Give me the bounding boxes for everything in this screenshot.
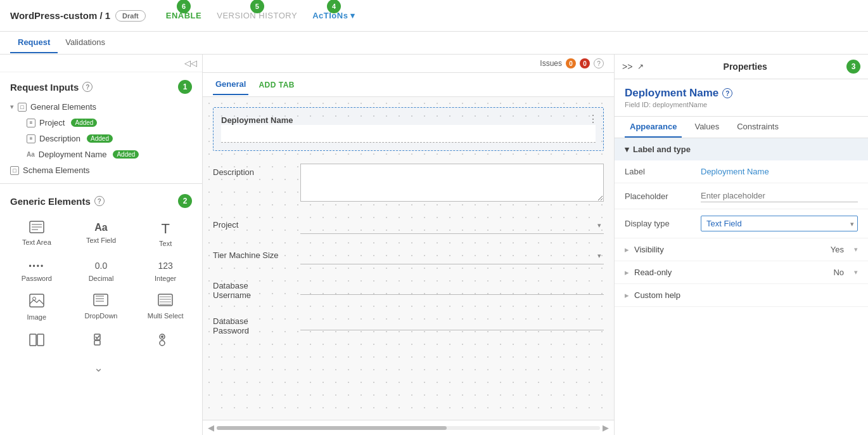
tab-request[interactable]: Request	[10, 32, 58, 53]
panel-appearance-content: ▾ Label and type Label Deployment Name P…	[615, 138, 868, 307]
sidebar-item-project[interactable]: ≡ Project Added	[0, 115, 202, 131]
generic-item-textfield[interactable]: Aa Text Field	[70, 216, 133, 252]
label-prop-label: Label	[625, 167, 701, 176]
database-username-label: Database Username	[213, 277, 295, 300]
panel-popout-icon[interactable]: ↗	[637, 62, 644, 71]
field-id-text: Field ID: deploymentName	[615, 101, 868, 117]
generic-item-integer[interactable]: 123 Integer	[134, 254, 197, 287]
database-username-input[interactable]	[300, 277, 604, 295]
chevron-right-icon-readonly: ▸	[625, 268, 629, 277]
checkbox-icon	[94, 334, 108, 349]
tier-machine-size-label: Tier Machine Size	[213, 247, 295, 260]
sidebar-header: ◁◁	[0, 55, 202, 72]
generic-elements-help-icon[interactable]: ?	[94, 196, 105, 206]
generic-item-textarea[interactable]: Text Area	[5, 216, 68, 252]
radio-icon	[158, 334, 172, 349]
database-password-field: Database Password	[213, 313, 604, 335]
scroll-right-icon[interactable]: ▶	[603, 423, 609, 432]
textfield-icon: Aa	[94, 221, 107, 234]
add-tab-button[interactable]: ADD TAB	[258, 81, 295, 89]
panel-title: Properties	[649, 62, 841, 72]
visibility-arrow-icon: ▾	[854, 245, 858, 254]
schema-elements-tree[interactable]: □ Schema Elements	[0, 162, 202, 178]
label-and-type-section[interactable]: ▾ Label and type	[615, 138, 868, 160]
custom-help-section[interactable]: ▸ Custom help	[615, 284, 868, 307]
generic-elements-title: Generic Elements ? 2	[0, 189, 202, 213]
multiselect-label: Multi Select	[148, 312, 184, 320]
project-select[interactable]	[300, 216, 604, 234]
database-password-input[interactable]	[300, 313, 604, 330]
generic-item-splitview[interactable]	[5, 328, 68, 354]
request-inputs-section: Request Inputs ? 1 ▾ □ General Elements …	[0, 72, 202, 178]
deployment-name-field[interactable]: Deployment Name ⋮	[213, 107, 604, 151]
sidebar-item-deployment-name[interactable]: Aa Deployment Name Added	[0, 146, 202, 162]
placeholder-prop-label: Placeholder	[625, 192, 701, 201]
right-panel: >> ↗ Properties 3 Deployment Name ? Fiel…	[615, 55, 868, 435]
enable-button[interactable]: ENABLE	[166, 11, 201, 20]
database-username-field: Database Username	[213, 277, 604, 300]
textfield-label: Text Field	[86, 237, 116, 244]
readonly-section[interactable]: ▸ Read-only No ▾	[615, 261, 868, 284]
panel-field-title: Deployment Name ?	[615, 79, 868, 101]
issues-help-icon[interactable]: ?	[594, 58, 604, 68]
chevron-down-icon-section: ▾	[625, 145, 629, 154]
tab-validations[interactable]: Validations	[58, 32, 113, 53]
scroll-thumb[interactable]	[217, 426, 447, 430]
deployment-name-more-button[interactable]: ⋮	[588, 113, 598, 125]
database-password-input-wrap	[300, 313, 604, 330]
more-items-button[interactable]: ⌄	[5, 356, 197, 380]
visibility-section[interactable]: ▸ Visibility Yes ▾	[615, 238, 868, 261]
general-elements-tree[interactable]: ▾ □ General Elements	[0, 99, 202, 115]
left-sidebar: ◁◁ Request Inputs ? 1 ▾ □ General Elemen…	[0, 55, 203, 435]
panel-tab-appearance[interactable]: Appearance	[625, 117, 682, 138]
panel-expand-icon[interactable]: >>	[622, 62, 632, 72]
request-inputs-title: Request Inputs ? 1	[0, 72, 202, 99]
textarea-icon	[29, 221, 44, 236]
generic-item-checkbox[interactable]	[70, 328, 133, 354]
generic-item-radio[interactable]	[134, 328, 197, 354]
description-field: Description	[213, 164, 604, 204]
text-label: Text	[159, 240, 172, 247]
generic-item-text[interactable]: T Text	[134, 216, 197, 252]
tier-machine-size-select[interactable]	[300, 247, 604, 264]
svg-rect-4	[30, 294, 44, 307]
tier-machine-size-field: Tier Machine Size ▾	[213, 247, 604, 264]
placeholder-input[interactable]	[701, 190, 858, 202]
request-inputs-help-icon[interactable]: ?	[82, 82, 93, 92]
scroll-left-icon[interactable]: ◀	[208, 423, 214, 432]
panel-tab-values[interactable]: Values	[689, 117, 724, 138]
generic-item-image[interactable]: Image	[5, 289, 68, 326]
custom-help-label: Custom help	[634, 290, 680, 300]
svg-rect-18	[94, 341, 100, 345]
svg-rect-10	[158, 294, 172, 306]
horizontal-scrollbar[interactable]: ◀ ▶	[203, 420, 614, 435]
description-textarea[interactable]	[300, 164, 604, 202]
tab-general[interactable]: General	[213, 74, 248, 95]
description-label: Description	[213, 164, 295, 177]
badge-2: 2	[178, 194, 192, 208]
display-type-select[interactable]: Text Field	[701, 216, 858, 231]
panel-tab-constraints[interactable]: Constraints	[732, 117, 784, 138]
collapse-sidebar-button[interactable]: ◁◁	[184, 58, 197, 68]
center-toolbar: Issues 0 0 ?	[203, 55, 614, 73]
project-label: Project	[213, 216, 295, 230]
project-label: Project	[39, 118, 65, 127]
doc-icon: ≡	[27, 119, 35, 127]
sidebar-divider	[0, 183, 202, 184]
deployment-name-input[interactable]	[221, 125, 596, 143]
generic-item-decimal[interactable]: 0.0 Decimal	[70, 254, 133, 287]
sidebar-item-description[interactable]: ≡ Description Added	[0, 131, 202, 146]
generic-item-dropdown[interactable]: DropDown	[70, 289, 133, 326]
database-password-label: Database Password	[213, 313, 295, 335]
deployment-name-field-label: Deployment Name	[221, 115, 293, 125]
readonly-label: Read-only	[634, 268, 672, 277]
app-title: WordPress-custom / 1 Draft	[10, 10, 146, 22]
generic-item-password[interactable]: •••• Password	[5, 254, 68, 287]
dropdown-icon	[93, 294, 108, 309]
issues-label: Issues	[540, 59, 562, 68]
generic-item-multiselect[interactable]: Multi Select	[134, 289, 197, 326]
field-title-help-icon[interactable]: ?	[722, 88, 732, 98]
schema-elements-label: Schema Elements	[23, 166, 90, 175]
password-label: Password	[22, 275, 52, 282]
dropdown-label: DropDown	[85, 312, 118, 320]
